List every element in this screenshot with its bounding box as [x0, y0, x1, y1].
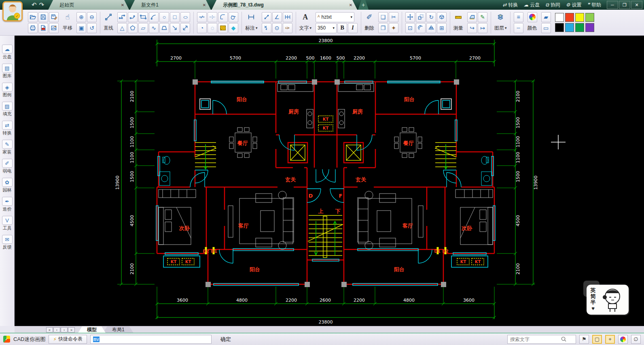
user-avatar[interactable]: ✓: [2, 1, 23, 21]
zoom-window-button[interactable]: ▣: [76, 23, 86, 33]
polyline-button[interactable]: [117, 12, 127, 22]
delete-tool-icon[interactable]: ✐: [364, 12, 374, 22]
open-button[interactable]: [28, 12, 38, 22]
linewidth-button[interactable]: ≡: [514, 12, 523, 22]
mirror-button[interactable]: [426, 23, 436, 33]
save-as-button[interactable]: [49, 12, 59, 22]
sidebar-item-feedback[interactable]: ✉反馈: [2, 235, 13, 250]
rect-select-button[interactable]: ▭: [541, 23, 551, 33]
array-button[interactable]: ⊞: [437, 23, 447, 33]
sheet-next-button[interactable]: ›: [61, 327, 68, 332]
color-wheel-button[interactable]: [527, 12, 537, 22]
offset-button[interactable]: [416, 23, 426, 33]
zoom-in-button[interactable]: ⊕: [76, 12, 86, 22]
match-properties-button[interactable]: ✦: [389, 23, 398, 33]
quick-dim-button[interactable]: ✑: [283, 23, 292, 33]
fillet-button[interactable]: [218, 12, 228, 22]
dimension-tool-icon[interactable]: [245, 12, 258, 22]
sheet-last-button[interactable]: »: [68, 327, 75, 332]
tangent-button[interactable]: [229, 12, 238, 22]
color-mode-button[interactable]: [618, 335, 628, 344]
tab-start-page[interactable]: 起始页 ✕: [48, 0, 129, 10]
polyline-arc-button[interactable]: [128, 12, 138, 22]
scale-button[interactable]: [416, 12, 426, 22]
area-measure-button[interactable]: [467, 12, 477, 22]
sidebar-item-low-voltage[interactable]: ✐弱电: [2, 159, 13, 174]
ordinate-dim-button[interactable]: [262, 23, 271, 33]
swatch-cyan[interactable]: [565, 23, 574, 32]
maximize-button[interactable]: ❐: [619, 1, 630, 9]
save-button[interactable]: [38, 12, 48, 22]
search-input[interactable]: [510, 336, 559, 342]
menu-collab[interactable]: ⧉协同: [545, 2, 560, 9]
erase-style-button[interactable]: ▰: [541, 12, 551, 22]
menu-help[interactable]: ❞帮助: [587, 2, 601, 9]
copy-button[interactable]: ❏: [378, 12, 388, 22]
hatch-button[interactable]: [218, 23, 228, 33]
command-input[interactable]: mv: [90, 335, 212, 344]
close-icon[interactable]: ✕: [203, 3, 206, 7]
menu-cloud[interactable]: ☁云盘: [523, 2, 540, 9]
line-tool-icon[interactable]: [104, 12, 113, 22]
sidebar-item-cloud[interactable]: ☁云盘: [2, 45, 13, 60]
orbit-3d-button[interactable]: [437, 12, 447, 22]
polygon-button[interactable]: [128, 23, 138, 33]
drawing-canvas[interactable]: 23800 2700 5700 2200 500 1600 500 2200 5…: [15, 36, 644, 326]
crosshair-toggle-button[interactable]: +: [605, 335, 615, 344]
swatch-green-light[interactable]: [585, 13, 594, 22]
break-button[interactable]: [197, 12, 207, 22]
pan-icon[interactable]: ☝: [63, 12, 72, 22]
search-box[interactable]: [507, 335, 576, 344]
mascot-sticker[interactable]: 英简 半♥: [587, 285, 629, 315]
flag-toggle-button[interactable]: ⚑: [579, 335, 589, 344]
radius-dim-button[interactable]: ⊙: [272, 23, 282, 33]
zoom-out-button[interactable]: ⊖: [87, 12, 97, 22]
rotate-button[interactable]: ↻: [426, 12, 436, 22]
move-button[interactable]: [405, 12, 415, 22]
export-pdf-button[interactable]: [38, 23, 48, 33]
trapezoid-button[interactable]: [159, 23, 169, 33]
tab-new-file[interactable]: 新文件1 ✕: [130, 0, 211, 10]
sidebar-item-home-decor[interactable]: ✎家装: [2, 140, 13, 155]
continuous-dim-button[interactable]: [283, 12, 292, 22]
text-tool-icon[interactable]: A: [299, 12, 312, 22]
sidebar-item-cost[interactable]: ✒造价: [2, 197, 13, 212]
linetype-button[interactable]: ┄: [514, 23, 523, 33]
font-select[interactable]: ᴬ hztxt ▾: [316, 12, 354, 22]
quick-command-button[interactable]: ⚡ 快捷命令表: [49, 335, 87, 344]
menu-settings[interactable]: ⚙设置: [566, 2, 582, 9]
clip-button[interactable]: ⊡: [405, 23, 415, 33]
arrow-button[interactable]: [170, 23, 180, 33]
export-image-button[interactable]: [49, 23, 59, 33]
close-button[interactable]: ✕: [631, 1, 642, 9]
new-tab-button[interactable]: +: [358, 0, 369, 10]
sheet-prev-button[interactable]: ‹: [53, 327, 60, 332]
paste-button[interactable]: ❐: [378, 23, 388, 33]
zoom-previous-button[interactable]: ↺: [87, 23, 97, 33]
sidebar-item-tools[interactable]: V工具: [2, 216, 13, 231]
menu-convert[interactable]: ⇄转换: [502, 2, 518, 9]
triangle-button[interactable]: △: [117, 23, 127, 33]
tab-model[interactable]: 模型: [78, 326, 106, 333]
swatch-white[interactable]: [555, 13, 564, 22]
circle-button[interactable]: ○: [159, 12, 169, 22]
close-icon[interactable]: ✕: [349, 3, 352, 7]
sidebar-item-garden[interactable]: ✿园林: [2, 178, 13, 193]
measure-tool-icon[interactable]: [453, 12, 463, 22]
export-table-button[interactable]: ↦: [478, 23, 487, 33]
print-button[interactable]: [28, 23, 38, 33]
tab-layout1[interactable]: 布局1: [103, 326, 133, 333]
redo-icon[interactable]: ↷: [39, 1, 44, 9]
swatch-black[interactable]: [555, 23, 564, 32]
divide-button[interactable]: ◔: [197, 23, 207, 33]
break-at-point-button[interactable]: [208, 12, 217, 22]
swatch-green[interactable]: [575, 23, 584, 32]
arc-button[interactable]: [149, 12, 159, 22]
tab-example-dwg[interactable]: 示例图_78_t3.dwg ✕: [212, 0, 357, 10]
undo-icon[interactable]: ↶: [32, 1, 37, 9]
lineweight-toggle-button[interactable]: ∅: [631, 335, 641, 344]
parallelogram-button[interactable]: ▱: [138, 23, 148, 33]
node-button[interactable]: ◌: [208, 23, 217, 33]
export-screenshot-button[interactable]: ↪: [467, 23, 477, 33]
rectangle-2pt-button[interactable]: [138, 12, 148, 22]
